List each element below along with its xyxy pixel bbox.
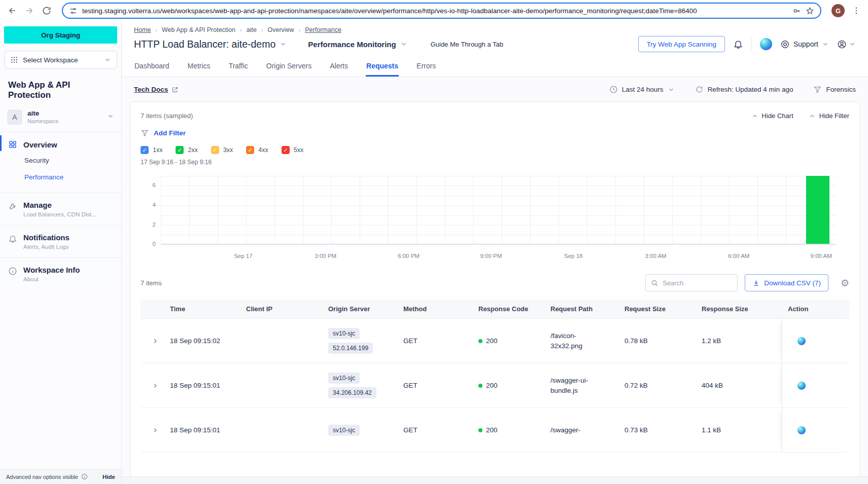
workspace-select[interactable]: Select Workspace xyxy=(4,51,117,69)
url-text[interactable]: testing.staging.volterra.us/web/workspac… xyxy=(82,7,788,15)
org-staging-banner[interactable]: Org Staging xyxy=(4,26,117,44)
tab-alerts[interactable]: Alerts xyxy=(329,60,349,77)
sidebar-group-title: Manage xyxy=(23,201,96,209)
filter-label: 1xx xyxy=(153,146,162,154)
row-expand-chevron-icon[interactable] xyxy=(141,338,170,345)
download-csv-button[interactable]: Download CSV (7) xyxy=(745,274,828,291)
hide-filter-toggle[interactable]: Hide Filter xyxy=(809,112,849,120)
tab-metrics[interactable]: Metrics xyxy=(187,60,211,77)
forensics-button[interactable]: Forensics xyxy=(813,85,856,94)
sidebar-item-workspace-info[interactable]: Workspace Info About xyxy=(0,257,121,290)
action-sphere-icon[interactable] xyxy=(797,382,806,390)
row-expand-chevron-icon[interactable] xyxy=(141,382,170,389)
sidebar-item-security[interactable]: Security xyxy=(0,152,121,169)
x-axis-tick: 6:00 AM xyxy=(728,253,749,259)
bottom-strip xyxy=(122,476,868,484)
page-header: Home › Web App & API Protection › aite ›… xyxy=(122,21,868,77)
cell-response-size: 1.1 kB xyxy=(702,426,782,434)
address-bar[interactable]: testing.staging.volterra.us/web/workspac… xyxy=(62,3,821,19)
x-axis-tick: 3:00 PM xyxy=(315,253,336,259)
hide-chart-toggle[interactable]: Hide Chart xyxy=(751,112,793,120)
tab-errors[interactable]: Errors xyxy=(416,60,436,77)
guide-me-link[interactable]: Guide Me Through a Tab xyxy=(431,41,503,48)
table-settings-gear-icon[interactable]: ⚙ xyxy=(841,278,849,288)
time-range-select[interactable]: Last 24 hours xyxy=(609,85,675,94)
filter-checkbox-5xx[interactable]: ✓ 5xx xyxy=(282,146,303,154)
try-web-app-scanning-button[interactable]: Try Web App Scanning xyxy=(638,36,725,52)
column-header-response-size: Response Size xyxy=(702,305,782,313)
bookmark-star-icon[interactable] xyxy=(806,7,814,15)
forward-icon[interactable] xyxy=(24,6,34,16)
reload-icon[interactable] xyxy=(42,6,52,16)
breadcrumb-home[interactable]: Home xyxy=(134,26,151,33)
breadcrumb-namespace[interactable]: aite xyxy=(247,26,257,33)
sidebar-group-subtitle: Alerts, Audit Logs xyxy=(23,244,70,250)
cell-action xyxy=(782,408,849,452)
cell-request-path: /favicon-32x32.png xyxy=(550,331,605,351)
download-csv-label: Download CSV (7) xyxy=(764,279,821,287)
table-row[interactable]: 18 Sep 09:15:02 sv10-sjc 52.0.146.199 GE… xyxy=(141,319,849,363)
tab-traffic[interactable]: Traffic xyxy=(228,60,249,77)
password-key-icon[interactable] xyxy=(792,7,801,15)
table-toolbar-right: Download CSV (7) ⚙ xyxy=(645,274,849,291)
tab-dashboard[interactable]: Dashboard xyxy=(134,60,170,77)
user-account-menu[interactable] xyxy=(837,40,856,49)
breadcrumb-separator: › xyxy=(299,27,301,33)
tab-requests[interactable]: Requests xyxy=(366,60,399,77)
search-input[interactable] xyxy=(663,279,732,287)
table-row[interactable]: 18 Sep 09:15:01 sv10-sjc 34.206.109.42 G… xyxy=(141,363,849,408)
support-menu[interactable]: Support xyxy=(780,40,829,49)
cell-response-code: 200 xyxy=(478,382,550,389)
tab-origin-servers[interactable]: Origin Servers xyxy=(266,60,312,77)
sidebar-item-notifications[interactable]: Notifications Alerts, Audit Logs xyxy=(0,225,121,257)
filter-checkbox-1xx[interactable]: ✓ 1xx xyxy=(141,146,162,154)
tech-docs-link[interactable]: Tech Docs xyxy=(134,86,179,93)
monitoring-view-select[interactable]: Performance Monitoring xyxy=(308,40,407,49)
browser-menu-icon[interactable] xyxy=(852,6,861,15)
search-icon xyxy=(651,279,658,287)
namespace-selector[interactable]: A aite Namespace xyxy=(0,107,121,132)
site-info-icon[interactable] xyxy=(69,7,78,15)
header-actions: Try Web App Scanning Support xyxy=(638,36,856,52)
bell-icon xyxy=(8,234,17,243)
cell-method: GET xyxy=(403,382,478,389)
breadcrumb-waap[interactable]: Web App & API Protection xyxy=(162,26,235,33)
filter-checkbox-3xx[interactable]: ✓ 3xx xyxy=(211,146,233,154)
tech-docs-label: Tech Docs xyxy=(134,86,168,93)
advanced-nav-label: Advanced nav options visible xyxy=(6,474,78,480)
filter-label: 3xx xyxy=(223,146,233,154)
breadcrumb-performance[interactable]: Performance xyxy=(305,26,341,33)
breadcrumb-overview[interactable]: Overview xyxy=(268,26,294,33)
chevron-down-icon[interactable] xyxy=(280,41,287,48)
chevron-down-icon xyxy=(822,41,829,48)
sidebar-item-performance[interactable]: Performance xyxy=(0,169,121,185)
breadcrumb-separator: › xyxy=(155,27,157,33)
cell-method: GET xyxy=(403,426,478,434)
product-sphere-avatar[interactable] xyxy=(760,38,772,50)
refresh-button[interactable]: Refresh: Updated 4 min ago xyxy=(695,85,793,94)
filter-label: 4xx xyxy=(258,146,268,154)
response-code-value: 200 xyxy=(486,382,498,389)
checkbox-checked-icon: ✓ xyxy=(176,146,184,154)
filter-checkbox-2xx[interactable]: ✓ 2xx xyxy=(176,146,197,154)
sidebar: Org Staging Select Workspace Web App & A… xyxy=(0,21,122,484)
notifications-bell-icon[interactable] xyxy=(733,39,743,49)
browser-profile-avatar[interactable]: G xyxy=(831,4,845,17)
sidebar-item-overview[interactable]: Overview xyxy=(0,132,121,152)
namespace-avatar: A xyxy=(7,109,22,125)
table-row[interactable]: 18 Sep 09:15:01 sv10-sjc GET 200 /swagge… xyxy=(141,408,849,453)
checkbox-checked-icon: ✓ xyxy=(282,146,290,154)
chart-bar[interactable] xyxy=(806,176,829,244)
x-axis-tick: 9:00 AM xyxy=(811,253,832,259)
back-icon[interactable] xyxy=(7,6,17,16)
chart-plot-area[interactable] xyxy=(161,176,836,245)
row-expand-chevron-icon[interactable] xyxy=(141,427,170,434)
status-filter-row: ✓ 1xx ✓ 2xx ✓ 3xx ✓ 4xx ✓ 5xx xyxy=(141,146,849,154)
action-sphere-icon[interactable] xyxy=(797,337,806,345)
sidebar-item-manage[interactable]: Manage Load Balancers, CDN Dist... xyxy=(0,193,121,225)
action-sphere-icon[interactable] xyxy=(797,426,806,434)
add-filter-button[interactable]: Add Filter xyxy=(141,129,849,137)
hide-nav-link[interactable]: Hide xyxy=(102,474,115,480)
requests-panel: 7 items (sampled) Hide Chart Hide Filter… xyxy=(130,101,860,484)
filter-checkbox-4xx[interactable]: ✓ 4xx xyxy=(246,146,268,154)
